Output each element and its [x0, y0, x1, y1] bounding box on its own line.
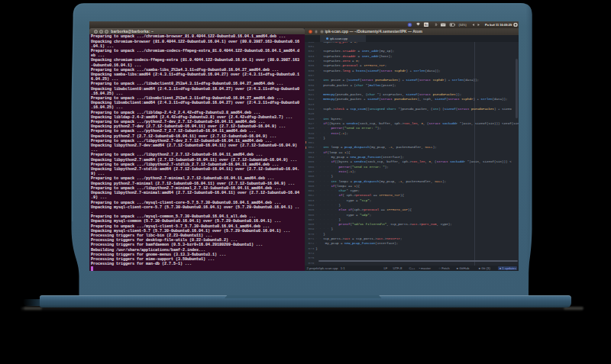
- svg-text:En: En: [425, 23, 428, 26]
- svg-text:(34%): (34%): [458, 22, 467, 26]
- svg-text:Po kvě 11 16:09:29: Po kvě 11 16:09:29: [485, 22, 512, 26]
